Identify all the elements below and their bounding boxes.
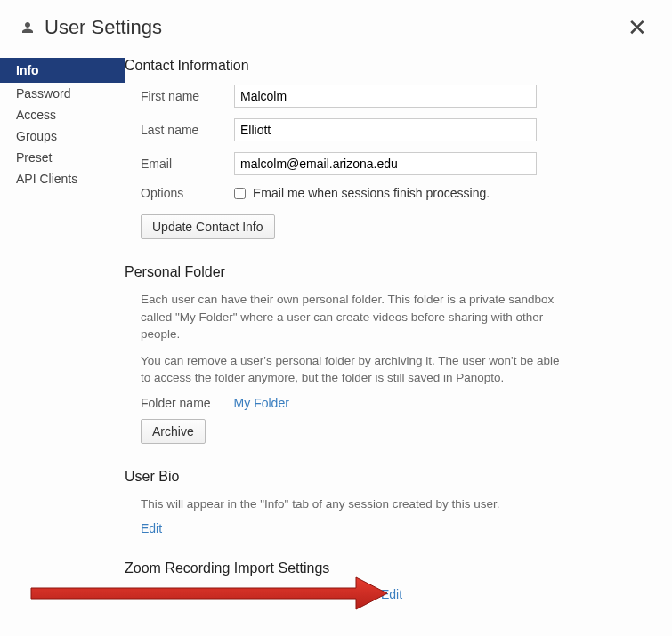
- zoom-section: Zoom Recording Import Settings Edit: [125, 560, 645, 601]
- header-left: User Settings: [20, 16, 162, 39]
- email-notify-checkbox[interactable]: [234, 188, 246, 199]
- dialog-header: User Settings ✕: [0, 0, 672, 52]
- sidebar-item-preset[interactable]: Preset: [0, 147, 125, 168]
- settings-sidebar: Info Password Access Groups Preset API C…: [0, 52, 125, 626]
- folder-name-link[interactable]: My Folder: [234, 396, 289, 410]
- last-name-label: Last name: [141, 123, 234, 137]
- contact-section: Contact Information First name Last name…: [125, 58, 645, 239]
- first-name-input[interactable]: [234, 85, 537, 108]
- sidebar-item-password[interactable]: Password: [0, 83, 125, 104]
- folder-name-label: Folder name: [141, 396, 211, 410]
- zoom-edit-link[interactable]: Edit: [381, 587, 402, 601]
- user-bio-edit-link[interactable]: Edit: [141, 521, 162, 535]
- settings-main: Contact Information First name Last name…: [125, 52, 672, 626]
- user-bio-desc: This will appear in the "Info" tab of an…: [141, 495, 568, 513]
- sidebar-item-info[interactable]: Info: [0, 58, 125, 83]
- email-label: Email: [141, 157, 234, 171]
- email-input[interactable]: [234, 152, 537, 175]
- options-label: Options: [141, 186, 234, 200]
- contact-title: Contact Information: [125, 58, 645, 74]
- personal-folder-title: Personal Folder: [125, 264, 645, 280]
- sidebar-item-api-clients[interactable]: API Clients: [0, 168, 125, 189]
- last-name-input[interactable]: [234, 118, 537, 141]
- archive-button[interactable]: Archive: [141, 419, 206, 444]
- personal-folder-desc2: You can remove a user's personal folder …: [141, 352, 568, 387]
- zoom-title: Zoom Recording Import Settings: [125, 560, 645, 576]
- first-name-label: First name: [141, 89, 234, 103]
- personal-folder-desc1: Each user can have their own personal fo…: [141, 291, 568, 343]
- user-bio-section: User Bio This will appear in the "Info" …: [125, 469, 645, 536]
- email-notify-label: Email me when sessions finish processing…: [253, 186, 490, 200]
- user-bio-title: User Bio: [125, 469, 645, 485]
- user-icon: [20, 20, 36, 36]
- update-contact-button[interactable]: Update Contact Info: [141, 214, 275, 239]
- sidebar-item-access[interactable]: Access: [0, 104, 125, 125]
- close-icon[interactable]: ✕: [622, 12, 652, 43]
- dialog-title: User Settings: [45, 16, 162, 39]
- sidebar-item-groups[interactable]: Groups: [0, 125, 125, 147]
- personal-folder-section: Personal Folder Each user can have their…: [125, 264, 645, 444]
